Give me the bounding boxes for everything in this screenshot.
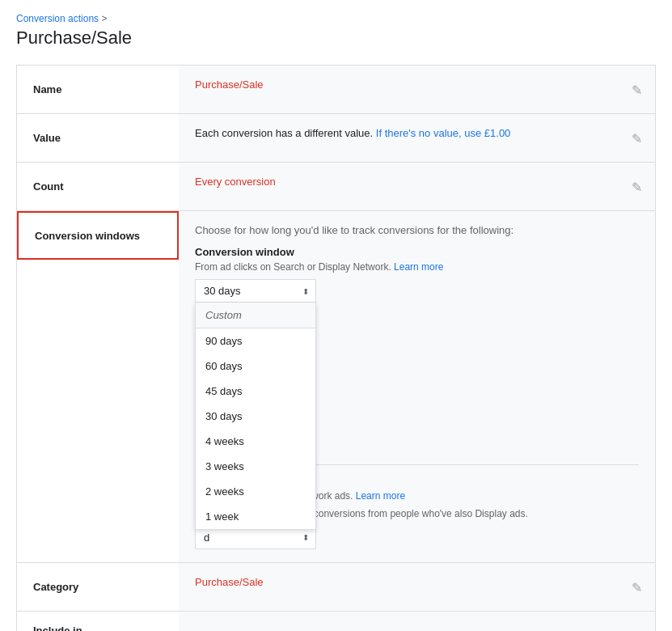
- dropdown-item-4w[interactable]: 4 weeks: [196, 429, 315, 454]
- value-row: Value Each conversion has a different va…: [17, 114, 655, 163]
- click-window-subtitle: From ad clicks on Search or Display Netw…: [195, 261, 639, 273]
- click-dropdown-value: 30 days: [204, 285, 241, 297]
- category-label: Category: [17, 563, 179, 611]
- dropdown-item-1w[interactable]: 1 week: [196, 504, 315, 529]
- include-label-text: Include in "Conversions": [33, 625, 107, 631]
- breadcrumb-link[interactable]: Conversion actions: [16, 13, 99, 24]
- dropdown-item-custom[interactable]: Custom: [196, 303, 315, 328]
- conversion-windows-label: Conversion windows: [17, 211, 179, 260]
- click-window-section: Conversion window From ad clicks on Sear…: [195, 246, 639, 303]
- dropdown-item-3w[interactable]: 3 weeks: [196, 454, 315, 479]
- value-plain-text: Each conversion has a different value.: [195, 127, 373, 139]
- dropdown-item-45[interactable]: 45 days: [196, 379, 315, 404]
- click-dropdown[interactable]: 30 days ⬍: [195, 279, 316, 303]
- value-label: Value: [17, 114, 179, 162]
- view-dropdown-arrow: ⬍: [302, 533, 309, 542]
- category-value-cell: Purchase/Sale ✎: [179, 563, 655, 611]
- category-row: Category Purchase/Sale ✎: [17, 563, 655, 612]
- include-value-cell: Yes ✎: [179, 612, 655, 631]
- include-label: Include in "Conversions": [17, 612, 179, 631]
- category-value: Purchase/Sale: [195, 576, 264, 588]
- include-row: Include in "Conversions" Yes ✎: [17, 612, 655, 631]
- name-edit-icon[interactable]: ✎: [632, 82, 642, 97]
- value-value-cell: Each conversion has a different value. I…: [179, 114, 655, 162]
- name-value: Purchase/Sale: [195, 78, 264, 91]
- name-value-cell: Purchase/Sale ✎: [179, 66, 655, 113]
- page-title: Purchase/Sale: [16, 28, 656, 49]
- value-edit-icon[interactable]: ✎: [632, 130, 642, 146]
- dropdown-item-60[interactable]: 60 days: [196, 354, 315, 379]
- count-value-cell: Every conversion ✎: [179, 163, 655, 210]
- conversion-windows-description: Choose for how long you'd like to track …: [195, 224, 639, 236]
- click-dropdown-menu: Custom 90 days 60 days 45 days 30 days 4…: [195, 303, 316, 530]
- dropdown-item-90[interactable]: 90 days: [196, 328, 315, 354]
- count-row: Count Every conversion ✎: [17, 163, 655, 211]
- count-edit-icon[interactable]: ✎: [632, 179, 642, 194]
- count-value: Every conversion: [195, 176, 276, 188]
- count-label: Count: [17, 163, 179, 210]
- click-window-title: Conversion window: [195, 246, 639, 258]
- dropdown-item-2w[interactable]: 2 weeks: [196, 479, 315, 504]
- view-dropdown-value: d: [204, 531, 209, 544]
- conversion-windows-value-cell: Choose for how long you'd like to track …: [179, 211, 655, 562]
- name-label: Name: [17, 66, 179, 113]
- value-link[interactable]: If there's no value, use £1.00: [376, 127, 511, 139]
- click-dropdown-wrapper: 30 days ⬍ Custom 90 days 60 days 45 days…: [195, 279, 316, 303]
- click-dropdown-arrow: ⬍: [302, 286, 309, 295]
- dropdown-item-30[interactable]: 30 days: [196, 404, 315, 429]
- page-wrapper: Conversion actions > Purchase/Sale Name …: [0, 0, 672, 631]
- name-row: Name Purchase/Sale ✎: [17, 66, 655, 114]
- category-edit-icon[interactable]: ✎: [632, 579, 642, 595]
- settings-table: Name Purchase/Sale ✎ Value Each conversi…: [16, 65, 656, 631]
- view-learn-more[interactable]: Learn more: [356, 490, 405, 502]
- breadcrumb-separator: >: [101, 13, 107, 24]
- breadcrumb: Conversion actions >: [16, 13, 656, 24]
- conversion-windows-row: Conversion windows Choose for how long y…: [17, 211, 655, 563]
- click-learn-more[interactable]: Learn more: [394, 261, 443, 273]
